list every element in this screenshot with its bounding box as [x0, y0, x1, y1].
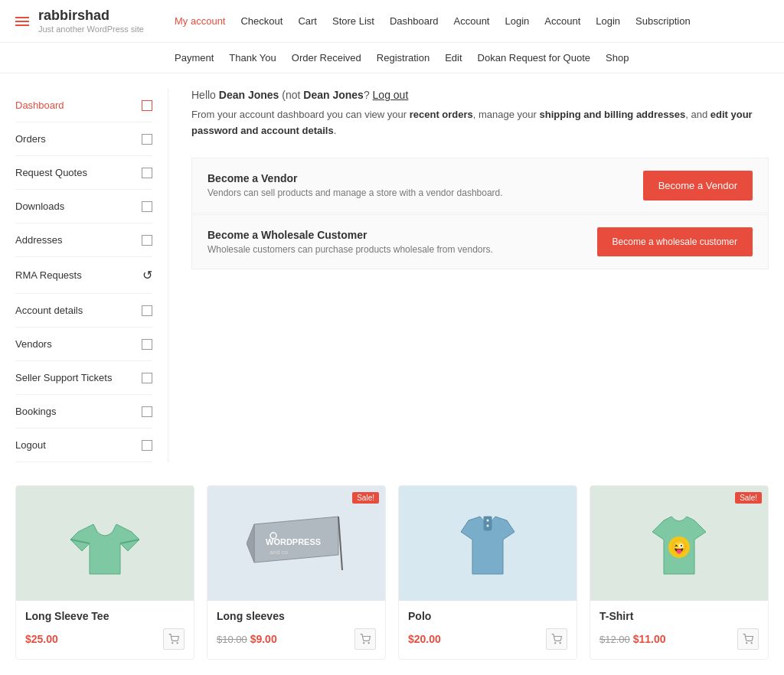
- wordpress-pennant-svg: WORDPRESS and co: [247, 513, 346, 574]
- vendor-cards: Become a Vendor Vendors can sell product…: [191, 158, 769, 269]
- sidebar-item-request-quotes[interactable]: Request Quotes: [15, 156, 152, 190]
- svg-marker-3: [247, 524, 254, 562]
- become-wholesale-button[interactable]: Become a wholesale customer: [597, 227, 753, 256]
- recent-orders-link: recent orders: [410, 109, 473, 120]
- sidebar-quotes-icon: [142, 168, 152, 178]
- sidebar-item-dashboard[interactable]: Dashboard: [15, 89, 152, 122]
- welcome-message: Hello Dean Jones (not Dean Jones? Log ou…: [191, 89, 769, 101]
- nav-shop[interactable]: Shop: [599, 49, 635, 67]
- nav-edit[interactable]: Edit: [439, 49, 468, 67]
- product-info-3: T-Shirt $12.00 $11.00: [590, 601, 768, 659]
- product-card-3: Sale! 😜 T-Shirt $12.00 $11.00: [590, 485, 769, 660]
- product-card-1: Sale! WORDPRESS and co Long sleeves: [207, 485, 386, 660]
- nav-account-2[interactable]: Account: [538, 12, 586, 30]
- product-sale-price-1: $9.00: [250, 633, 277, 645]
- svg-point-14: [560, 643, 560, 644]
- add-to-cart-0[interactable]: [163, 628, 185, 650]
- nav-my-account[interactable]: My account: [168, 12, 231, 30]
- product-image-0: [16, 486, 194, 601]
- nav-payment[interactable]: Payment: [168, 49, 220, 67]
- svg-text:and co: and co: [270, 549, 289, 556]
- polo-svg: [449, 501, 526, 585]
- sidebar-item-orders[interactable]: Orders: [15, 122, 152, 156]
- product-price-2: $20.00: [408, 633, 441, 645]
- cart-icon-2: [551, 634, 562, 644]
- nav-dokan-rfq[interactable]: Dokan Request for Quote: [472, 49, 596, 67]
- nav-login-1[interactable]: Login: [498, 12, 535, 30]
- cart-icon-1: [360, 634, 371, 644]
- product-footer-2: $20.00: [408, 628, 567, 650]
- sidebar-item-bookings[interactable]: Bookings: [15, 395, 152, 429]
- header: rabbirshad Just another WordPress site M…: [0, 0, 784, 43]
- sidebar: Dashboard Orders Request Quotes Download…: [15, 89, 168, 462]
- nav-order-received[interactable]: Order Received: [286, 49, 368, 67]
- not-user-name: Dean Jones: [303, 89, 364, 101]
- nav-subscription[interactable]: Subscription: [629, 12, 697, 30]
- product-footer-3: $12.00 $11.00: [599, 628, 759, 650]
- sale-badge-3: Sale!: [735, 492, 762, 504]
- products-section: Long Sleeve Tee $25.00 Sale!: [0, 485, 784, 675]
- product-info-1: Long sleeves $10.00 $9.00: [207, 601, 385, 659]
- product-card-2: Polo $20.00: [398, 485, 577, 660]
- hamburger-icon[interactable]: [15, 17, 29, 26]
- dashboard-description: From your account dashboard you can view…: [191, 107, 769, 139]
- product-image-3: Sale! 😜: [590, 486, 768, 601]
- sidebar-logout-icon: [142, 440, 152, 451]
- product-name-1: Long sleeves: [217, 610, 376, 622]
- nav-cart[interactable]: Cart: [292, 12, 323, 30]
- nav-login-2[interactable]: Login: [590, 12, 626, 30]
- sidebar-account-icon: [142, 305, 152, 316]
- product-old-price-1: $10.00: [217, 634, 247, 645]
- sidebar-item-addresses[interactable]: Addresses: [15, 223, 152, 257]
- sidebar-vendors-icon: [142, 339, 152, 350]
- main-container: Dashboard Orders Request Quotes Download…: [0, 73, 784, 478]
- sale-badge-1: Sale!: [352, 492, 379, 504]
- product-name-0: Long Sleeve Tee: [25, 610, 185, 622]
- logout-link[interactable]: Log out: [373, 89, 409, 101]
- become-wholesale-card: Become a Wholesale Customer Wholesale cu…: [191, 214, 769, 269]
- sidebar-item-rma-requests[interactable]: RMA Requests ↺: [15, 257, 152, 294]
- sidebar-item-account-details[interactable]: Account details: [15, 294, 152, 328]
- nav-dashboard[interactable]: Dashboard: [384, 12, 445, 30]
- sidebar-item-logout[interactable]: Logout: [15, 429, 152, 462]
- sidebar-item-vendors[interactable]: Vendors: [15, 328, 152, 361]
- sidebar-item-seller-support[interactable]: Seller Support Tickets: [15, 361, 152, 395]
- nav-registration[interactable]: Registration: [371, 49, 436, 67]
- svg-point-12: [486, 524, 489, 527]
- sidebar-addresses-icon: [142, 235, 152, 246]
- user-name: Dean Jones: [219, 89, 279, 101]
- product-image-1: Sale! WORDPRESS and co: [207, 486, 385, 601]
- sidebar-bookings-icon: [142, 406, 152, 417]
- nav-top: My account Checkout Cart Store List Dash…: [168, 12, 697, 30]
- longsleeve-svg: [63, 501, 147, 585]
- product-info-0: Long Sleeve Tee $25.00: [16, 601, 194, 659]
- add-to-cart-3[interactable]: [737, 628, 759, 650]
- nav-checkout[interactable]: Checkout: [234, 12, 289, 30]
- site-name: rabbirshad: [38, 8, 144, 24]
- logo-area: rabbirshad Just another WordPress site: [15, 8, 168, 34]
- products-grid: Long Sleeve Tee $25.00 Sale!: [15, 485, 769, 660]
- addresses-link: shipping and billing addresses: [540, 109, 686, 120]
- add-to-cart-2[interactable]: [546, 628, 567, 650]
- sidebar-support-icon: [142, 373, 152, 383]
- svg-text:😜: 😜: [671, 540, 687, 554]
- svg-point-13: [555, 643, 556, 644]
- nav-thank-you[interactable]: Thank You: [223, 49, 282, 67]
- svg-point-18: [751, 643, 752, 644]
- svg-point-9: [368, 643, 369, 644]
- product-old-price-3: $12.00: [599, 634, 630, 645]
- product-card-0: Long Sleeve Tee $25.00: [15, 485, 194, 660]
- svg-point-1: [177, 643, 178, 644]
- sidebar-dashboard-icon: [142, 100, 152, 111]
- nav-account-1[interactable]: Account: [448, 12, 496, 30]
- become-wholesale-title: Become a Wholesale Customer: [207, 229, 493, 241]
- svg-point-17: [746, 643, 747, 644]
- add-to-cart-1[interactable]: [354, 628, 376, 650]
- svg-line-4: [338, 517, 342, 570]
- dashboard-content: Hello Dean Jones (not Dean Jones? Log ou…: [168, 89, 769, 462]
- nav-store-list[interactable]: Store List: [326, 12, 381, 30]
- sidebar-rma-icon: ↺: [142, 268, 152, 282]
- sidebar-item-downloads[interactable]: Downloads: [15, 190, 152, 223]
- become-vendor-button[interactable]: Become a Vendor: [643, 171, 753, 201]
- become-wholesale-info: Become a Wholesale Customer Wholesale cu…: [207, 229, 493, 255]
